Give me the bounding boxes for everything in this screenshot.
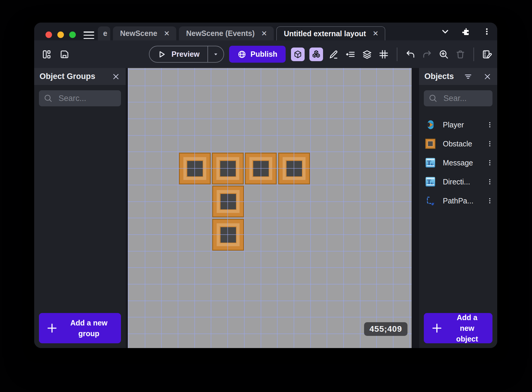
object-item-direction[interactable]: T x Directi... bbox=[419, 172, 497, 191]
publish-button[interactable]: Publish bbox=[229, 46, 286, 63]
object-menu-icon[interactable] bbox=[487, 197, 493, 204]
extensions-puzzle-icon[interactable] bbox=[456, 23, 476, 40]
object-groups-search-input[interactable] bbox=[58, 94, 116, 103]
player-sprite-icon bbox=[425, 119, 436, 130]
tab-newscene[interactable]: NewScene ✕ bbox=[113, 26, 176, 40]
close-tab-icon[interactable]: ✕ bbox=[372, 29, 379, 38]
object-groups-title: Object Groups bbox=[40, 72, 112, 81]
close-panel-icon[interactable] bbox=[484, 73, 491, 80]
svg-text:T: T bbox=[427, 159, 431, 166]
obstacle-instance[interactable] bbox=[212, 186, 244, 217]
objects-mode-cube-icon[interactable] bbox=[291, 48, 305, 61]
obstacle-core bbox=[220, 161, 236, 176]
objects-search[interactable] bbox=[424, 90, 492, 106]
panels-layout-icon[interactable] bbox=[41, 48, 53, 60]
main-menu-icon[interactable] bbox=[84, 31, 94, 39]
tab-label: NewScene (Events) bbox=[186, 29, 255, 38]
plus-icon bbox=[431, 322, 443, 334]
layers-icon[interactable] bbox=[361, 48, 373, 60]
tab-bar: e NewScene ✕ NewScene (Events) ✕ Untitle… bbox=[34, 23, 497, 40]
obstacle-instance[interactable] bbox=[278, 153, 310, 184]
close-window-button[interactable] bbox=[45, 31, 52, 38]
edit-scene-properties-icon[interactable] bbox=[481, 48, 493, 60]
instances-mode-cubes-icon[interactable] bbox=[309, 48, 323, 61]
cursor-coordinates-badge: 455;409 bbox=[364, 322, 407, 336]
close-tab-icon[interactable]: ✕ bbox=[261, 29, 268, 38]
close-panel-icon[interactable] bbox=[112, 73, 120, 80]
obstacle-instance[interactable] bbox=[245, 153, 277, 184]
close-tab-icon[interactable]: ✕ bbox=[163, 29, 170, 38]
play-icon bbox=[157, 50, 166, 59]
edit-pencil-icon[interactable] bbox=[328, 48, 340, 60]
tab-label: NewScene bbox=[120, 29, 157, 38]
toolbar-divider bbox=[473, 48, 474, 61]
text-object-icon: T x bbox=[425, 157, 436, 168]
zoom-in-icon[interactable] bbox=[438, 48, 450, 60]
svg-text:x: x bbox=[431, 181, 433, 185]
grid-icon[interactable] bbox=[378, 48, 390, 60]
add-object-button[interactable]: Add a new object bbox=[424, 313, 492, 343]
search-icon bbox=[44, 94, 53, 103]
obstacle-instance[interactable] bbox=[179, 153, 211, 184]
objects-list-icon[interactable] bbox=[344, 48, 356, 60]
chevron-down-icon[interactable] bbox=[435, 23, 456, 40]
grid-overlay bbox=[128, 68, 412, 348]
object-item-obstacle[interactable]: Obstacle bbox=[419, 134, 497, 153]
redo-icon[interactable] bbox=[421, 48, 433, 60]
add-group-label: Add a new group bbox=[64, 317, 116, 339]
obstacle-core bbox=[221, 194, 236, 209]
add-group-button[interactable]: Add a new group bbox=[39, 313, 121, 343]
object-menu-icon[interactable] bbox=[487, 178, 493, 185]
app-window: e NewScene ✕ NewScene (Events) ✕ Untitle… bbox=[34, 23, 497, 348]
objects-panel: Objects bbox=[419, 68, 497, 348]
object-item-message[interactable]: T x Message bbox=[419, 153, 497, 172]
delete-trash-icon[interactable] bbox=[454, 48, 466, 60]
main-content: Object Groups Add a new group 455;409 bbox=[34, 68, 497, 348]
tab-untitled-external-layout[interactable]: Untitled external layout ✕ bbox=[276, 26, 385, 40]
obstacle-core bbox=[287, 161, 302, 176]
object-menu-icon[interactable] bbox=[487, 121, 493, 128]
objects-search-input[interactable] bbox=[443, 94, 488, 103]
objects-list: Player Obstacle bbox=[419, 115, 497, 210]
save-icon[interactable] bbox=[59, 48, 70, 60]
globe-icon bbox=[237, 50, 246, 59]
obstacle-tile-icon bbox=[425, 138, 436, 149]
svg-text:x: x bbox=[431, 162, 433, 166]
preview-options-caret-icon[interactable] bbox=[207, 46, 223, 62]
text-object-icon: T x bbox=[425, 176, 436, 187]
toolbar-divider bbox=[397, 48, 397, 61]
add-object-label: Add a new object bbox=[449, 312, 487, 344]
objects-title: Objects bbox=[424, 72, 464, 81]
filter-icon[interactable] bbox=[464, 72, 472, 81]
more-options-icon[interactable] bbox=[476, 23, 497, 40]
obstacle-instance[interactable] bbox=[212, 153, 244, 184]
preview-label: Preview bbox=[171, 50, 200, 59]
obstacle-core bbox=[221, 227, 236, 243]
object-item-pathpainter[interactable]: PathPa... bbox=[419, 191, 497, 210]
preview-button-group: Preview bbox=[149, 46, 224, 63]
obstacle-core bbox=[253, 161, 269, 176]
tab-label: Untitled external layout bbox=[284, 29, 366, 38]
window-controls bbox=[45, 31, 76, 38]
svg-text:T: T bbox=[427, 178, 431, 185]
minimize-window-button[interactable] bbox=[57, 31, 64, 38]
object-groups-panel: Object Groups Add a new group bbox=[34, 68, 126, 348]
toolbar: Preview Publish bbox=[34, 40, 497, 68]
obstacle-core bbox=[187, 161, 203, 176]
plus-icon bbox=[46, 322, 58, 334]
object-item-player[interactable]: Player bbox=[419, 115, 497, 134]
path-object-icon bbox=[425, 195, 436, 206]
scene-canvas[interactable]: 455;409 bbox=[128, 68, 412, 348]
preview-button[interactable]: Preview bbox=[149, 46, 207, 62]
tab-newscene-events[interactable]: NewScene (Events) ✕ bbox=[179, 26, 274, 40]
publish-label: Publish bbox=[251, 50, 277, 59]
tab-truncated[interactable]: e bbox=[98, 26, 110, 40]
obstacle-instance[interactable] bbox=[212, 219, 244, 251]
tab-label: e bbox=[103, 29, 107, 38]
search-icon bbox=[429, 94, 437, 103]
object-menu-icon[interactable] bbox=[487, 159, 493, 166]
zoom-window-button[interactable] bbox=[69, 31, 76, 38]
object-menu-icon[interactable] bbox=[487, 140, 493, 147]
object-groups-search[interactable] bbox=[39, 90, 121, 106]
undo-icon[interactable] bbox=[404, 48, 416, 60]
